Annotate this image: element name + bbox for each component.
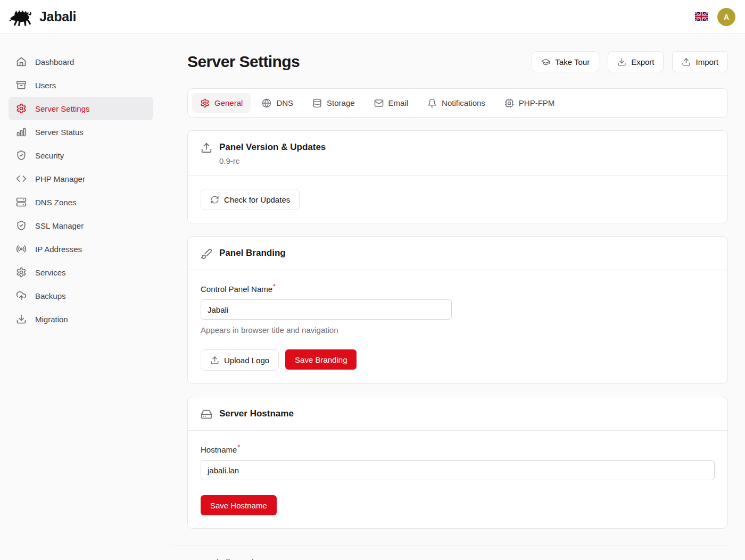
control-panel-name-input[interactable] <box>201 299 452 320</box>
save-branding-button[interactable]: Save Branding <box>285 349 357 370</box>
panel-version-value: 0.9-rc <box>219 156 326 165</box>
upload-logo-label: Upload Logo <box>224 356 269 365</box>
sidebar-item-label: Services <box>35 268 66 277</box>
house-icon <box>16 56 27 67</box>
control-panel-name-label: Control Panel Name* <box>201 285 276 294</box>
tab-storage[interactable]: Storage <box>304 93 363 113</box>
tab-php-fpm[interactable]: PHP-FPM <box>496 93 563 113</box>
footer: Jabali Panel Web Hosting Control Panel G… <box>170 546 728 560</box>
import-label: Import <box>696 57 718 66</box>
code-icon <box>16 173 27 184</box>
upload-icon <box>201 141 212 165</box>
refresh-icon <box>210 195 219 204</box>
server-hostname-card: Server Hostname Hostname* Save Hostname <box>187 397 728 529</box>
page-title: Server Settings <box>187 53 300 71</box>
tab-dns[interactable]: DNS <box>254 93 301 113</box>
archive-icon <box>16 80 27 90</box>
hostname-input[interactable] <box>201 460 715 480</box>
download-icon <box>16 314 27 324</box>
save-hostname-button[interactable]: Save Hostname <box>201 495 277 515</box>
import-button[interactable]: Import <box>672 51 728 72</box>
paintbrush-icon <box>201 247 212 260</box>
panel-branding-title: Panel Branding <box>219 247 286 260</box>
sidebar-item-php-manager[interactable]: PHP Manager <box>9 167 153 190</box>
tab-label: General <box>214 98 243 107</box>
settings-tabs: GeneralDNSStorageEmailNotificationsPHP-F… <box>187 88 728 118</box>
panel-branding-card: Panel Branding Control Panel Name* Appea… <box>187 236 728 384</box>
gear-icon <box>16 267 27 278</box>
sidebar-item-users[interactable]: Users <box>9 73 153 97</box>
sidebar-item-label: Dashboard <box>35 57 74 66</box>
take-tour-button[interactable]: Take Tour <box>532 51 599 72</box>
sidebar-item-label: Server Status <box>35 128 84 137</box>
export-button[interactable]: Export <box>608 51 664 72</box>
bar-chart-icon <box>16 127 27 137</box>
panel-version-card: Panel Version & Updates 0.9-rc Check for… <box>187 130 728 223</box>
shield-check-icon <box>16 150 27 161</box>
sidebar-item-label: Migration <box>35 315 68 324</box>
tab-notifications[interactable]: Notifications <box>419 93 493 113</box>
cloud-upload-icon <box>16 290 27 301</box>
hard-drive-icon <box>201 407 212 420</box>
take-tour-label: Take Tour <box>555 57 590 66</box>
cpu-icon <box>504 98 514 108</box>
sidebar-item-ssl-manager[interactable]: SSL Manager <box>9 214 153 237</box>
tab-label: Email <box>388 98 409 107</box>
tab-label: Storage <box>327 98 355 107</box>
language-flag-icon[interactable] <box>695 12 708 21</box>
sidebar-item-migration[interactable]: Migration <box>9 307 153 331</box>
bell-icon <box>427 98 437 108</box>
sidebar-item-services[interactable]: Services <box>9 261 153 284</box>
top-header: Jabali A <box>0 0 745 34</box>
user-avatar[interactable]: A <box>717 8 735 26</box>
shield-check-icon <box>16 220 27 231</box>
tab-label: PHP-FPM <box>519 98 555 107</box>
server-icon <box>16 197 27 207</box>
upload-icon <box>682 57 691 66</box>
sidebar-item-backups[interactable]: Backups <box>9 284 153 307</box>
tab-email[interactable]: Email <box>366 93 417 113</box>
sidebar-item-label: Server Settings <box>35 104 90 113</box>
mail-icon <box>374 98 384 108</box>
download-icon <box>617 57 626 66</box>
tab-general[interactable]: General <box>192 93 251 113</box>
sidebar-item-server-status[interactable]: Server Status <box>9 120 153 144</box>
sidebar-item-label: Users <box>35 81 56 90</box>
sidebar-item-security[interactable]: Security <box>9 144 153 167</box>
check-updates-label: Check for Updates <box>224 195 290 204</box>
sidebar-item-label: PHP Manager <box>35 174 85 183</box>
branding-hint: Appears in browser title and navigation <box>201 325 715 335</box>
sidebar-item-label: Backups <box>35 291 66 300</box>
brand-name: Jabali <box>39 9 76 24</box>
required-asterisk: * <box>273 283 276 290</box>
required-asterisk: * <box>237 444 240 451</box>
sidebar-item-dns-zones[interactable]: DNS Zones <box>9 190 153 214</box>
sidebar: DashboardUsersServer SettingsServer Stat… <box>0 34 162 560</box>
sidebar-item-label: IP Addresses <box>35 245 82 254</box>
sidebar-item-label: Security <box>35 151 64 160</box>
export-label: Export <box>631 57 654 66</box>
upload-logo-button[interactable]: Upload Logo <box>201 349 279 371</box>
panel-version-title: Panel Version & Updates <box>219 141 326 154</box>
sidebar-item-ip-addresses[interactable]: IP Addresses <box>9 237 153 261</box>
tab-label: DNS <box>276 98 293 107</box>
sidebar-item-dashboard[interactable]: Dashboard <box>9 50 153 73</box>
database-icon <box>312 98 322 108</box>
check-updates-button[interactable]: Check for Updates <box>201 189 300 210</box>
sidebar-item-label: SSL Manager <box>35 221 84 230</box>
globe-icon <box>262 98 271 108</box>
sidebar-item-label: DNS Zones <box>35 198 77 207</box>
tab-label: Notifications <box>442 98 485 107</box>
upload-icon <box>210 356 219 365</box>
sidebar-item-server-settings[interactable]: Server Settings <box>9 97 153 120</box>
radio-icon <box>16 244 27 254</box>
gear-icon <box>200 98 210 108</box>
graduation-cap-icon <box>541 57 550 66</box>
footer-title: Jabali Panel <box>208 558 291 560</box>
gear-icon <box>16 103 27 114</box>
server-hostname-title: Server Hostname <box>219 407 294 420</box>
brand: Jabali <box>9 7 76 27</box>
hostname-label: Hostname* <box>201 445 240 454</box>
boar-logo-icon <box>9 7 34 27</box>
